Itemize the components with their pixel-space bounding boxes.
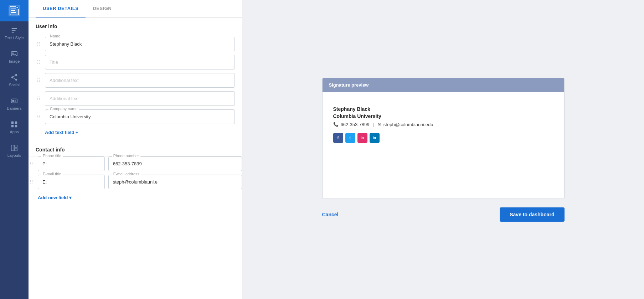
field-row-company: ⠿ Company name [36,109,235,124]
signature-preview-card: Signature preview Stephany Black Columbi… [322,78,565,199]
field-row-phone: ⠿ Phone title Phone number [29,156,242,171]
sidebar-item-label: Social [9,83,20,87]
sidebar-item-label: Text / Style [5,36,24,40]
preview-body: Stephany Black Columbia University 📞 662… [323,92,564,154]
phone-title-wrapper: Phone title [38,156,105,171]
drag-handle-additional-1[interactable]: ⠿ [36,78,41,83]
preview-header: Signature preview [323,78,564,92]
svg-line-12 [13,76,15,77]
app-logo[interactable] [0,0,29,21]
logo-icon [8,4,21,17]
svg-rect-21 [11,145,14,151]
apps-icon [10,120,18,128]
phone-number-wrapper: Phone number [108,156,242,171]
sig-email: steph@columbiauni.edu [383,122,433,127]
svg-rect-3 [12,28,17,29]
phone-title-input[interactable] [38,156,105,171]
svg-rect-22 [15,145,17,148]
svg-rect-18 [15,122,17,124]
sidebar-item-label: Banners [7,106,22,110]
svg-rect-15 [15,100,16,100]
additional-text-1-wrapper [45,73,235,88]
svg-rect-4 [12,30,16,31]
name-input[interactable] [45,37,235,51]
form-content: User info ⠿ Name ⠿ [29,18,242,299]
drag-handle-additional-2[interactable]: ⠿ [36,96,41,102]
field-row-name: ⠿ Name [36,37,235,51]
layouts-icon [10,144,18,152]
sidebar-item-layouts[interactable]: Layouts [0,139,29,163]
field-row-additional-2: ⠿ [36,91,235,106]
phone-number-label: Phone number [112,154,140,158]
svg-rect-23 [15,148,17,151]
social-btn-facebook[interactable]: f [333,133,343,143]
contact-info-fields: ⠿ Phone title Phone number ⠿ [29,156,242,206]
image-icon [10,50,18,58]
email-title-label: E-mail title [41,172,62,176]
drag-handle-name[interactable]: ⠿ [36,41,41,47]
social-btn-linkedin[interactable]: in [370,133,380,143]
sidebar-item-label: Layouts [7,153,21,158]
email-inline-fields: E-mail title E-mail address [38,175,242,189]
svg-rect-20 [15,125,17,127]
email-title-wrapper: E-mail title [38,175,105,189]
tab-user-details[interactable]: USER DETAILS [36,0,86,17]
additional-text-2-input[interactable] [45,91,235,106]
social-btn-twitter[interactable]: t [345,133,355,143]
company-name-input[interactable] [45,109,235,124]
user-info-title: User info [29,18,242,33]
text-icon [10,26,18,34]
company-field-wrapper: Company name [45,109,235,124]
svg-rect-13 [11,99,17,103]
sidebar: Text / Style Image Social Banners [0,0,29,299]
name-field-label: Name [48,34,62,38]
email-address-input[interactable] [108,175,242,189]
additional-text-2-wrapper [45,91,235,106]
svg-point-8 [15,74,17,76]
sidebar-item-label: Apps [10,130,19,134]
add-text-field-button[interactable]: Add text field + [45,128,78,137]
social-btn-instagram[interactable]: in [357,133,367,143]
svg-line-11 [13,78,15,79]
field-row-email: ⠿ E-mail title E-mail address [29,175,242,189]
phone-number-input[interactable] [108,156,242,171]
sidebar-item-apps[interactable]: Apps [0,115,29,139]
sidebar-item-image[interactable]: Image [0,45,29,68]
drag-handle-title[interactable]: ⠿ [36,60,41,65]
sidebar-item-banners[interactable]: Banners [0,92,29,115]
field-row-title: ⠿ [36,55,235,69]
svg-rect-17 [11,122,14,124]
social-buttons: f t in in [333,133,553,143]
svg-rect-5 [12,32,14,33]
svg-point-9 [11,76,14,78]
contact-separator: | [373,122,374,127]
title-input[interactable] [45,55,235,69]
field-row-additional-1: ⠿ [36,73,235,88]
save-to-dashboard-button[interactable]: Save to dashboard [500,207,564,222]
company-field-label: Company name [48,107,79,111]
phone-icon: 📞 [333,122,339,127]
add-new-field-button[interactable]: Add new field ▾ [38,193,72,202]
sidebar-item-social[interactable]: Social [0,68,29,92]
drag-handle-email[interactable]: ⠿ [29,179,34,185]
sidebar-item-label: Image [9,59,20,63]
email-title-input[interactable] [38,175,105,189]
additional-text-1-input[interactable] [45,73,235,88]
tabs-bar: USER DETAILS DESIGN [29,0,242,18]
sidebar-item-text-style[interactable]: Text / Style [0,21,29,45]
preview-area: Signature preview Stephany Black Columbi… [242,0,644,299]
email-address-wrapper: E-mail address [108,175,242,189]
social-icon [10,73,18,81]
email-icon: ✉ [378,122,381,127]
cancel-button[interactable]: Cancel [322,212,339,217]
phone-inline-fields: Phone title Phone number [38,156,242,171]
sig-contact-line: 📞 662-353-7899 | ✉ steph@columbiauni.edu [333,122,553,127]
svg-rect-16 [15,101,16,102]
name-field-wrapper: Name [45,37,235,51]
svg-point-10 [15,79,17,81]
banners-icon [10,97,18,105]
drag-handle-company[interactable]: ⠿ [36,114,41,120]
main-area: USER DETAILS DESIGN User info ⠿ Name [29,0,644,299]
tab-design[interactable]: DESIGN [86,0,119,17]
drag-handle-phone[interactable]: ⠿ [29,161,34,167]
